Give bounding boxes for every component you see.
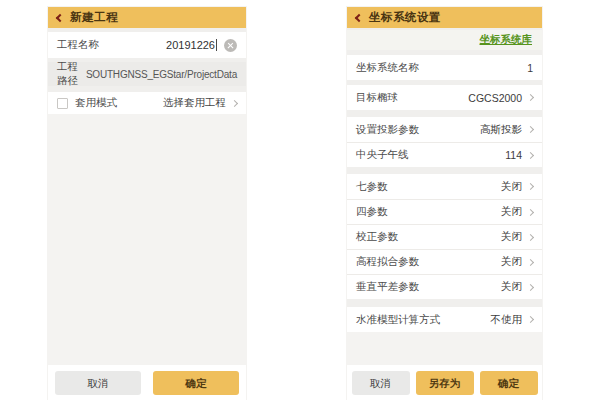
row-label: 七参数 [356, 180, 388, 194]
project-path-label: 工程路径 [57, 60, 86, 88]
chevron-right-icon [527, 258, 534, 265]
row-label: 四参数 [356, 205, 388, 219]
row-label: 设置投影参数 [356, 123, 419, 137]
project-name-input[interactable]: 20191226 [166, 39, 215, 51]
spacer [347, 110, 542, 117]
chevron-right-icon [527, 283, 534, 290]
row-label: 水准模型计算方式 [356, 313, 440, 327]
row-target-ellipsoid[interactable]: 目标椭球 CGCS2000 [347, 85, 542, 110]
row-value: 关闭 [501, 255, 522, 269]
footer-actions: 取消 确定 [48, 365, 246, 400]
row-value: 高斯投影 [480, 123, 522, 137]
screenshot-canvas: 新建工程 工程名称 20191226 工程路径 SOUTHGNSS_EGStar… [0, 0, 600, 400]
project-name-row[interactable]: 工程名称 20191226 [48, 32, 246, 58]
coordinate-settings-screen: 坐标系统设置 坐标系统库 坐标系统名称 1 目标椭球 CGCS2000 设置投影… [347, 7, 542, 400]
footer-actions: 取消 另存为 确定 [347, 365, 542, 400]
row-value: CGCS2000 [468, 92, 522, 104]
row-label: 中央子午线 [356, 148, 409, 162]
new-project-screen: 新建工程 工程名称 20191226 工程路径 SOUTHGNSS_EGStar… [48, 7, 246, 400]
settings-group: 水准模型计算方式 不使用 [347, 307, 542, 332]
settings-group: 七参数 关闭 四参数 关闭 校正参数 关闭 高程拟合参数 关闭 垂直平差参数 [347, 174, 542, 299]
row-correction-params[interactable]: 校正参数 关闭 [347, 224, 542, 249]
row-value: 114 [505, 149, 522, 161]
library-link-row: 坐标系统库 [347, 30, 542, 50]
chevron-right-icon [527, 316, 534, 323]
apply-mode-checkbox[interactable] [57, 98, 68, 109]
cancel-button[interactable]: 取消 [55, 371, 141, 395]
row-label: 垂直平差参数 [356, 280, 419, 294]
row-label: 坐标系统名称 [356, 61, 419, 75]
cancel-button[interactable]: 取消 [352, 371, 410, 395]
row-projection-params[interactable]: 设置投影参数 高斯投影 [347, 117, 542, 142]
row-value: 不使用 [491, 313, 523, 327]
row-value: 关闭 [501, 180, 522, 194]
row-value: 关闭 [501, 280, 522, 294]
settings-group: 坐标系统名称 1 [347, 55, 542, 80]
select-apply-project-link[interactable]: 选择套用工程 [163, 96, 226, 110]
ok-button[interactable]: 确定 [153, 371, 239, 395]
spacer [347, 167, 542, 174]
save-as-button[interactable]: 另存为 [416, 371, 474, 395]
coordinate-library-link[interactable]: 坐标系统库 [480, 33, 533, 47]
back-icon[interactable] [355, 13, 363, 21]
row-value: 关闭 [501, 205, 522, 219]
row-four-params[interactable]: 四参数 关闭 [347, 199, 542, 224]
row-value: 关闭 [501, 230, 522, 244]
ok-button[interactable]: 确定 [480, 371, 538, 395]
chevron-right-icon [527, 233, 534, 240]
chevron-right-icon [527, 208, 534, 215]
row-label: 高程拟合参数 [356, 255, 419, 269]
apply-mode-row: 套用模式 选择套用工程 [48, 92, 246, 114]
spacer [347, 299, 542, 307]
header-new-project: 新建工程 [48, 7, 246, 28]
row-value: 1 [527, 62, 533, 74]
row-label: 校正参数 [356, 230, 398, 244]
row-central-meridian[interactable]: 中央子午线 114 [347, 142, 542, 167]
row-elevation-fitting-params[interactable]: 高程拟合参数 关闭 [347, 249, 542, 274]
row-vertical-adjustment-params[interactable]: 垂直平差参数 关闭 [347, 274, 542, 299]
settings-group: 设置投影参数 高斯投影 中央子午线 114 [347, 117, 542, 167]
chevron-right-icon [527, 94, 534, 101]
project-path-row: 工程路径 SOUTHGNSS_EGStar/ProjectData [48, 62, 246, 86]
page-title: 坐标系统设置 [369, 10, 441, 25]
back-icon[interactable] [56, 13, 64, 21]
row-seven-params[interactable]: 七参数 关闭 [347, 174, 542, 199]
chevron-right-icon [527, 151, 534, 158]
project-path-value: SOUTHGNSS_EGStar/ProjectData [86, 69, 237, 80]
row-leveling-model[interactable]: 水准模型计算方式 不使用 [347, 307, 542, 332]
empty-content-area [347, 332, 542, 365]
settings-group: 目标椭球 CGCS2000 [347, 85, 542, 110]
chevron-right-icon [527, 126, 534, 133]
chevron-right-icon [231, 99, 238, 106]
chevron-right-icon [527, 183, 534, 190]
project-name-label: 工程名称 [57, 38, 99, 52]
page-title: 新建工程 [70, 10, 118, 25]
empty-content-area [48, 114, 246, 365]
clear-input-icon[interactable] [224, 39, 237, 52]
text-cursor [216, 39, 217, 51]
apply-mode-label: 套用模式 [75, 96, 117, 110]
row-label: 目标椭球 [356, 91, 398, 105]
row-system-name[interactable]: 坐标系统名称 1 [347, 55, 542, 80]
header-coordinate-settings: 坐标系统设置 [347, 7, 542, 28]
